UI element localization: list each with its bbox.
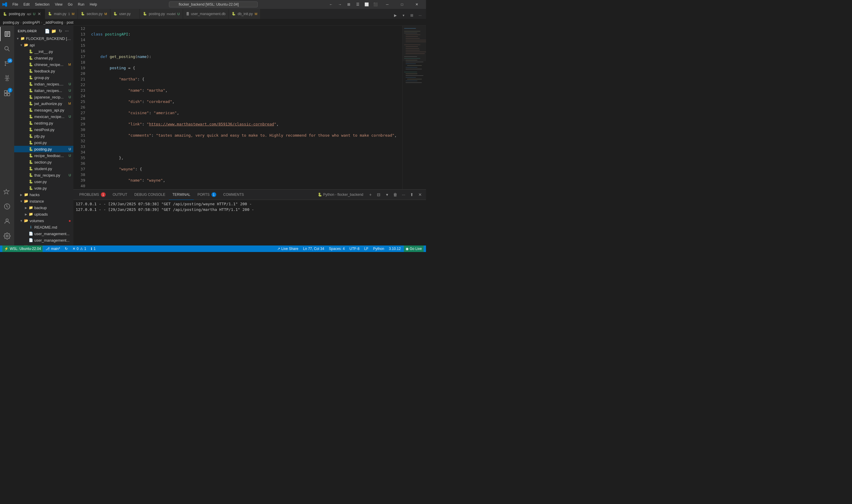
tab-posting-api[interactable]: 🐍 posting.py api U ✕: [0, 9, 45, 19]
menu-selection[interactable]: Selection: [33, 2, 52, 7]
menu-view[interactable]: View: [52, 2, 65, 7]
statusbar-ln-col[interactable]: Ln 77, Col 34: [301, 246, 326, 252]
breadcrumb-postingapi[interactable]: postingAPI: [23, 20, 40, 24]
tab-db-init[interactable]: 🐍 db_init.py M: [229, 9, 261, 19]
close-btn[interactable]: ✕: [410, 0, 424, 9]
tab-user[interactable]: 🐍 user.py: [110, 9, 140, 19]
tree-readme[interactable]: ℹ README.md: [14, 224, 73, 230]
tree-init[interactable]: 🐍 __init__.py: [14, 48, 73, 55]
tree-thai[interactable]: 🐍 thai_recipes.py U: [14, 172, 73, 178]
tree-group[interactable]: 🐍 group.py: [14, 74, 73, 81]
tree-volumes[interactable]: ▼ 📂 volumes ●: [14, 217, 73, 224]
minimize-btn[interactable]: ─: [380, 0, 394, 9]
more-actions-btn[interactable]: ···: [64, 28, 70, 34]
tree-uploads[interactable]: ▶ 📁 uploads: [14, 211, 73, 217]
tab-posting-model[interactable]: 🐍 posting.py model U: [140, 9, 183, 19]
run-debug-btn[interactable]: ▾: [400, 12, 407, 19]
kill-terminal-btn[interactable]: 🗑: [392, 191, 399, 198]
split-editor[interactable]: ⬛: [371, 1, 379, 8]
tree-hacks[interactable]: ▶ 📁 hacks: [14, 191, 73, 198]
tree-posting-active[interactable]: 🐍 posting.py U: [14, 146, 73, 152]
tree-user-mgmt2[interactable]: 📄 user_management...: [14, 237, 73, 244]
terminal-content[interactable]: 127.0.0.1 - - [29/Jan/2025 07:58:38] "GE…: [73, 200, 426, 246]
statusbar-branch[interactable]: ⎇ main*: [44, 246, 62, 252]
tree-model[interactable]: ▼ 📂 model M: [14, 244, 73, 246]
tree-feedback[interactable]: 🐍 feedback.py: [14, 68, 73, 74]
tab-output[interactable]: OUTPUT: [109, 190, 131, 200]
tree-vote[interactable]: 🐍 vote.py: [14, 185, 73, 191]
tab-debug-console[interactable]: DEBUG CONSOLE: [131, 190, 169, 200]
tab-comments[interactable]: COMMENTS: [220, 190, 248, 200]
tree-japanese[interactable]: 🐍 japanese_recip... U: [14, 94, 73, 100]
activity-search[interactable]: [0, 42, 14, 56]
tree-nestimg[interactable]: 🐍 nestImg.py: [14, 120, 73, 126]
tree-instance[interactable]: ▼ 📂 instance: [14, 198, 73, 204]
tree-chinese[interactable]: 🐍 chinese_recipe... M: [14, 61, 73, 68]
activity-explorer[interactable]: [0, 27, 14, 41]
statusbar-python-ver[interactable]: 3.10.12: [387, 246, 403, 252]
activity-remote[interactable]: [0, 199, 14, 214]
tree-api-folder[interactable]: ▼ 📂 api: [14, 42, 73, 48]
tree-nestpost[interactable]: 🐍 nestPost.py: [14, 126, 73, 133]
close-panel-btn[interactable]: ✕: [417, 191, 424, 198]
activity-settings[interactable]: [0, 229, 14, 243]
statusbar-live-share[interactable]: ↗ Live Share: [275, 246, 300, 252]
tree-pfp[interactable]: 🐍 pfp.py: [14, 133, 73, 139]
tree-channel[interactable]: 🐍 channel.py: [14, 55, 73, 61]
sidebar-toggle[interactable]: ☰: [354, 1, 362, 8]
new-folder-btn[interactable]: 📁: [51, 28, 57, 34]
split-terminal-btn[interactable]: ⊟: [375, 191, 382, 198]
more-panel-btn[interactable]: ···: [400, 191, 407, 198]
menu-go[interactable]: Go: [66, 2, 75, 7]
breadcrumb-post[interactable]: post: [67, 20, 73, 24]
maximize-btn[interactable]: □: [395, 0, 409, 9]
tree-user-mgmt1[interactable]: 📄 user_management...: [14, 230, 73, 237]
activity-test[interactable]: [0, 184, 14, 199]
search-input[interactable]: [169, 1, 258, 7]
terminal-list-btn[interactable]: ▾: [383, 191, 391, 198]
activity-debug[interactable]: [0, 71, 14, 86]
statusbar-go-live[interactable]: ◉ Go Live: [404, 246, 424, 252]
statusbar-encoding[interactable]: UTF-8: [348, 246, 361, 252]
activity-extensions[interactable]: 2: [0, 86, 14, 100]
statusbar-info[interactable]: ℹ 1: [89, 246, 97, 252]
menu-help[interactable]: Help: [87, 2, 99, 7]
layout-btn[interactable]: ⊞: [345, 1, 352, 8]
tree-root[interactable]: ▼ 📁 FLOCKER_BACKEND [WSL:...: [14, 35, 73, 42]
statusbar-lang[interactable]: Python: [371, 246, 386, 252]
statusbar-sync[interactable]: ↻: [63, 246, 70, 252]
activity-git[interactable]: 16: [0, 56, 14, 71]
statusbar-wsl[interactable]: ⚡ WSL: Ubuntu-22.04: [2, 246, 42, 252]
tree-student[interactable]: 🐍 student.py: [14, 165, 73, 172]
split-btn[interactable]: ⊞: [408, 12, 415, 19]
panel-toggle[interactable]: ⬜: [363, 1, 370, 8]
tab-user-db[interactable]: 🗄 user_management.db: [183, 9, 229, 19]
tree-user[interactable]: 🐍 user.py: [14, 178, 73, 185]
tab-section[interactable]: 🐍 section.py M: [78, 9, 110, 19]
tree-section[interactable]: 🐍 section.py: [14, 159, 73, 165]
tree-post[interactable]: 🐍 post.py: [14, 139, 73, 146]
activity-account[interactable]: [0, 214, 14, 228]
tree-indian[interactable]: 🐍 indian_recipes.... U: [14, 81, 73, 87]
new-file-btn[interactable]: 📄: [44, 28, 50, 34]
tab-main[interactable]: 🐍 main.py 1 M: [45, 9, 77, 19]
tree-mexican[interactable]: 🐍 mexican_recipe... U: [14, 113, 73, 120]
tab-terminal[interactable]: TERMINAL: [169, 190, 194, 200]
maximize-panel-btn[interactable]: ⬆: [408, 191, 415, 198]
nav-forward[interactable]: →: [336, 1, 344, 8]
new-terminal-btn[interactable]: +: [367, 191, 374, 198]
statusbar-errors[interactable]: ✕ 0 ⚠ 1: [71, 246, 88, 252]
tab-problems[interactable]: PROBLEMS 1: [76, 190, 109, 200]
tab-close-btn[interactable]: ✕: [37, 11, 42, 17]
breadcrumb-posting[interactable]: posting.py: [3, 20, 19, 24]
tree-recipe[interactable]: 🐍 recipe_feedbac... U: [14, 152, 73, 159]
tree-backup[interactable]: ▶ 📁 backup: [14, 204, 73, 211]
code-editor[interactable]: class postingAPI: def get_posting(name):…: [88, 26, 402, 189]
menu-run[interactable]: Run: [75, 2, 87, 7]
more-btn[interactable]: ···: [417, 12, 424, 19]
menu-edit[interactable]: Edit: [21, 2, 32, 7]
run-btn[interactable]: ▶: [392, 12, 399, 19]
menu-file[interactable]: File: [10, 2, 20, 7]
tree-jwt[interactable]: 🐍 jwt_authorize.py M: [14, 100, 73, 107]
tree-messages[interactable]: 🐍 messages_api.py: [14, 107, 73, 113]
